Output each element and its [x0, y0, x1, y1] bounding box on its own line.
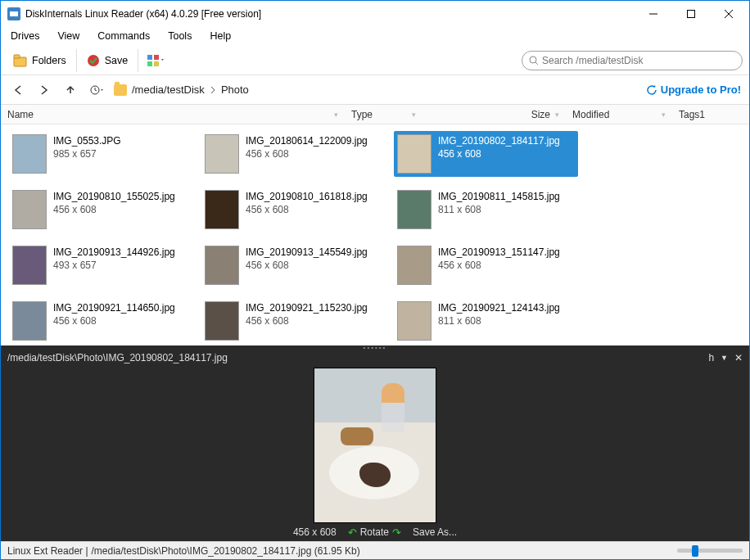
search-icon — [529, 56, 539, 65]
history-button[interactable] — [88, 81, 106, 99]
view-mode-button[interactable] — [142, 52, 169, 70]
file-dimensions: 456 x 608 — [246, 259, 368, 272]
svg-rect-6 — [14, 57, 26, 66]
upgrade-link[interactable]: Upgrade to Pro! — [646, 84, 741, 96]
file-dimensions: 493 x 657 — [53, 259, 175, 272]
save-icon — [85, 53, 102, 68]
preview-close-icon[interactable]: ✕ — [734, 352, 743, 364]
thumbnail — [397, 246, 431, 285]
file-item[interactable]: IMG_20190921_124143.jpg811 x 608 — [394, 298, 578, 344]
menu-tools[interactable]: Tools — [166, 29, 193, 43]
preview-path: /media/testDisk\Photo\IMG_20190802_18411… — [7, 352, 228, 364]
folders-icon — [12, 53, 29, 68]
thumbnail — [397, 134, 431, 174]
file-name: IMG_0553.JPG — [53, 134, 121, 147]
status-reader: Linux Ext Reader | — [7, 545, 88, 557]
status-path: /media/testDisk\Photo\IMG_20190802_18411… — [92, 545, 360, 557]
window-title: DiskInternals Linux Reader (x64) 4.0.29 … — [25, 8, 635, 20]
file-item[interactable]: IMG_0553.JPG985 x 657 — [9, 131, 193, 177]
preview-panel: /media/testDisk\Photo\IMG_20190802_18411… — [1, 350, 749, 541]
menu-drives[interactable]: Drives — [9, 29, 41, 43]
file-item[interactable]: IMG_20190913_151147.jpg456 x 608 — [394, 242, 578, 288]
svg-rect-7 — [14, 55, 20, 58]
filter-icon[interactable]: ▾ — [412, 111, 416, 119]
file-dimensions: 456 x 608 — [246, 203, 368, 216]
file-dimensions: 456 x 608 — [438, 259, 560, 272]
search-box[interactable]: Search /media/testDisk — [522, 51, 743, 70]
file-dimensions: 811 x 608 — [438, 314, 560, 327]
breadcrumb-seg1[interactable]: /media/testDisk — [132, 84, 205, 96]
preview-dropdown-icon[interactable]: ▼ — [721, 354, 728, 362]
file-dimensions: 456 x 608 — [438, 147, 560, 160]
filter-icon[interactable]: ▾ — [334, 111, 338, 119]
preview-menu[interactable]: h — [708, 352, 714, 364]
col-name[interactable]: Name▾ — [1, 109, 345, 120]
file-item[interactable]: IMG_20190921_114650.jpg456 x 608 — [9, 298, 193, 344]
col-modified[interactable]: Modified▾ — [566, 109, 672, 120]
forward-button[interactable] — [35, 81, 53, 99]
svg-point-13 — [530, 56, 536, 63]
thumbnail — [205, 190, 239, 229]
file-item[interactable]: IMG_20190810_155025.jpg456 x 608 — [9, 187, 193, 233]
file-item[interactable]: IMG_20180614_122009.jpg456 x 608 — [201, 131, 386, 177]
file-grid: IMG_0553.JPG985 x 657IMG_20180614_122009… — [1, 124, 749, 345]
menu-help[interactable]: Help — [208, 29, 233, 43]
save-as-button[interactable]: Save As... — [413, 526, 457, 538]
menu-view[interactable]: View — [56, 29, 81, 43]
col-size[interactable]: Size▾ — [422, 109, 566, 120]
close-button[interactable] — [710, 2, 748, 26]
file-name: IMG_20190811_145815.jpg — [438, 190, 560, 203]
svg-rect-11 — [147, 61, 152, 66]
statusbar: Linux Ext Reader | /media/testDisk\Photo… — [1, 541, 749, 559]
filter-icon[interactable]: ▾ — [662, 111, 666, 119]
tiles-icon — [147, 54, 165, 67]
save-button[interactable]: Save — [80, 51, 133, 70]
filter-icon[interactable]: ▾ — [555, 111, 559, 119]
folders-button[interactable]: Folders — [7, 51, 71, 70]
thumbnail — [397, 301, 431, 341]
breadcrumb[interactable]: /media/testDisk Photo — [114, 84, 249, 96]
search-placeholder: Search /media/testDisk — [542, 55, 643, 66]
col-tags[interactable]: Tags1 — [672, 109, 749, 120]
file-name: IMG_20190913_151147.jpg — [438, 246, 560, 259]
svg-line-14 — [535, 62, 538, 65]
back-button[interactable] — [9, 81, 27, 99]
file-dimensions: 456 x 608 — [53, 203, 175, 216]
zoom-slider[interactable] — [677, 549, 743, 553]
rotate-right-icon: ↷ — [392, 526, 401, 539]
file-name: IMG_20190913_145549.jpg — [246, 246, 368, 259]
file-name: IMG_20190913_144926.jpg — [53, 246, 175, 259]
thumbnail — [12, 134, 47, 174]
file-item[interactable]: IMG_20190913_145549.jpg456 x 608 — [201, 242, 386, 288]
file-name: IMG_20190810_161818.jpg — [246, 190, 368, 203]
thumbnail — [205, 246, 239, 285]
menubar: Drives View Commands Tools Help — [1, 26, 749, 46]
preview-dimensions: 456 x 608 — [293, 526, 337, 538]
svg-rect-9 — [147, 55, 152, 60]
menu-commands[interactable]: Commands — [96, 29, 151, 43]
file-item[interactable]: IMG_20190811_145815.jpg811 x 608 — [394, 187, 578, 233]
refresh-icon — [646, 84, 657, 96]
thumbnail — [12, 190, 47, 229]
thumbnail — [205, 301, 239, 341]
rotate-button[interactable]: ↶Rotate↷ — [348, 526, 401, 539]
file-item[interactable]: IMG_20190913_144926.jpg493 x 657 — [9, 242, 193, 288]
file-item[interactable]: IMG_20190921_115230.jpg456 x 608 — [201, 298, 386, 344]
thumbnail — [397, 190, 431, 229]
svg-rect-3 — [688, 10, 695, 17]
file-dimensions: 456 x 608 — [246, 147, 368, 160]
titlebar: DiskInternals Linux Reader (x64) 4.0.29 … — [1, 1, 749, 26]
file-name: IMG_20180614_122009.jpg — [246, 134, 368, 147]
file-item[interactable]: IMG_20190810_161818.jpg456 x 608 — [201, 187, 386, 233]
svg-rect-12 — [154, 61, 159, 66]
thumbnail — [12, 301, 47, 341]
thumbnail — [205, 134, 239, 174]
breadcrumb-seg2[interactable]: Photo — [221, 84, 249, 96]
minimize-button[interactable] — [635, 2, 672, 26]
file-item[interactable]: IMG_20190802_184117.jpg456 x 608 — [394, 131, 578, 177]
file-name: IMG_20190921_124143.jpg — [438, 301, 560, 314]
maximize-button[interactable] — [672, 2, 710, 26]
up-button[interactable] — [61, 81, 79, 99]
col-type[interactable]: Type▾ — [345, 109, 422, 120]
chevron-right-icon — [210, 86, 216, 94]
